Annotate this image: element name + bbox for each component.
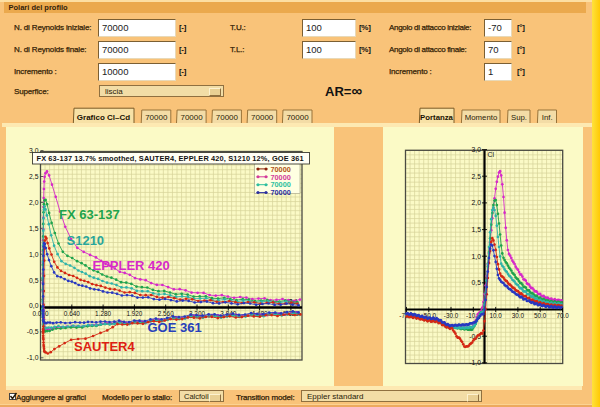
svg-text:1,0: 1,0 [472,253,482,260]
svg-text:2,0: 2,0 [472,199,482,206]
svg-text:-30.0: -30.0 [444,312,459,319]
svg-text:EPPLER 420: EPPLER 420 [92,258,169,273]
svg-text:70000: 70000 [270,188,290,197]
svg-text:FX 63-137 13.7% smoothed, SAUT: FX 63-137 13.7% smoothed, SAUTER4, EPPLE… [36,154,303,163]
svg-text:SAUTER4: SAUTER4 [74,339,135,354]
svg-text:10.0: 10.0 [490,312,503,319]
svg-text:1,0: 1,0 [29,251,39,258]
svg-text:2,5: 2,5 [472,173,482,180]
svg-text:Inf.: Inf. [542,113,553,122]
svg-text:0.640: 0.640 [63,310,79,317]
svg-text:1,5: 1,5 [29,225,39,232]
svg-text:70000: 70000 [180,113,203,122]
svg-text:0.000: 0.000 [32,310,48,317]
svg-text:Portanza: Portanza [420,113,454,122]
svg-text:70.0: 70.0 [556,312,569,319]
svg-text:FX 63-137: FX 63-137 [59,207,120,222]
svg-text:-0,5: -0,5 [26,328,38,335]
svg-text:2,0: 2,0 [29,199,39,206]
svg-text:-1,0: -1,0 [26,354,38,361]
svg-text:30.0: 30.0 [512,312,525,319]
svg-text:50.0: 50.0 [534,312,547,319]
svg-text:70000: 70000 [286,113,309,122]
svg-text:Momento: Momento [465,113,498,122]
svg-text:1,5: 1,5 [472,226,482,233]
svg-text:0,5: 0,5 [472,279,482,286]
svg-text:0,5: 0,5 [29,277,39,284]
svg-text:-1,0: -1,0 [469,359,481,366]
svg-text:70000: 70000 [216,113,239,122]
svg-text:Cl: Cl [488,151,495,158]
svg-text:1.280: 1.280 [95,310,111,317]
svg-text:2,5: 2,5 [29,173,39,180]
svg-text:70000: 70000 [145,113,168,122]
svg-text:3,0: 3,0 [472,146,482,153]
svg-text:Sup.: Sup. [511,113,527,122]
svg-text:1.920: 1.920 [126,310,142,317]
svg-text:S1210: S1210 [66,233,104,248]
svg-text:GOE 361: GOE 361 [147,320,201,335]
svg-text:Grafico Cl–Cd: Grafico Cl–Cd [77,113,130,122]
svg-text:0,0: 0,0 [29,302,39,309]
svg-text:2.560: 2.560 [157,310,173,317]
svg-text:70000: 70000 [251,113,274,122]
